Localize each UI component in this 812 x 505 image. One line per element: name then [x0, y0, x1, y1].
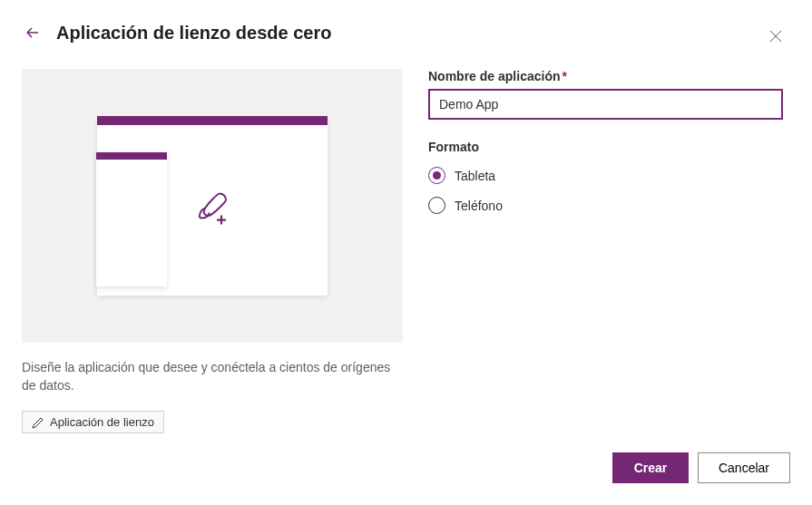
radio-tablet[interactable]: Tableta: [428, 167, 783, 184]
dialog-title: Aplicación de lienzo desde cero: [56, 23, 331, 44]
description-text: Diseñe la aplicación que desee y conécte…: [22, 359, 403, 394]
radio-phone[interactable]: Teléfono: [428, 197, 783, 214]
app-name-label: Nombre de aplicación*: [428, 69, 783, 83]
app-name-input[interactable]: [428, 89, 783, 120]
close-icon: [768, 29, 783, 44]
close-button[interactable]: [765, 25, 787, 47]
format-label: Formato: [428, 140, 783, 154]
arrow-left-icon: [24, 24, 41, 41]
radio-tablet-indicator: [428, 167, 445, 184]
dialog-header: Aplicación de lienzo desde cero: [0, 0, 812, 54]
badge-label: Aplicación de lienzo: [50, 415, 154, 429]
pencil-icon: [32, 416, 44, 429]
cancel-button[interactable]: Cancelar: [698, 452, 790, 483]
phone-preview: [96, 152, 167, 286]
dialog-footer: Crear Cancelar: [612, 452, 790, 483]
back-button[interactable]: [22, 22, 44, 44]
preview-panel: [22, 69, 403, 343]
brush-plus-icon: [191, 187, 234, 233]
canvas-app-badge: Aplicación de lienzo: [22, 411, 164, 433]
create-button[interactable]: Crear: [612, 452, 689, 483]
required-asterisk: *: [562, 69, 566, 83]
radio-phone-indicator: [428, 197, 445, 214]
radio-tablet-label: Tableta: [455, 169, 495, 183]
radio-phone-label: Teléfono: [455, 199, 503, 213]
